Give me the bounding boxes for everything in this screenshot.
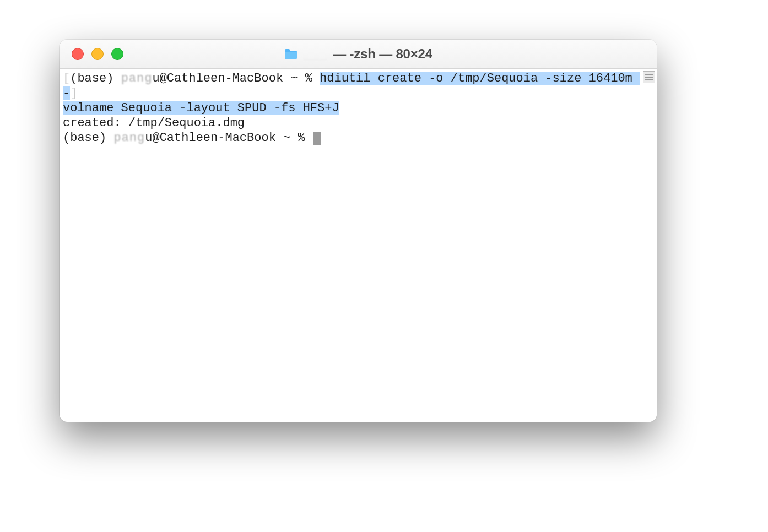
- folder-icon: [284, 48, 298, 60]
- window-title: ___ — -zsh — 80×24: [60, 46, 657, 62]
- terminal-body[interactable]: [(base) pangu@Cathleen-MacBook ~ % hdiut…: [60, 69, 657, 422]
- terminal-text[interactable]: [(base) pangu@Cathleen-MacBook ~ % hdiut…: [60, 69, 642, 422]
- maximize-button[interactable]: [111, 48, 123, 60]
- scrollbar[interactable]: [642, 69, 657, 422]
- highlighted-command: volname Sequoia -layout SPUD -fs HFS+J: [63, 101, 339, 115]
- window-titlebar[interactable]: ___ — -zsh — 80×24: [60, 40, 657, 69]
- terminal-line: volname Sequoia -layout SPUD -fs HFS+J: [63, 101, 640, 116]
- username-hidden: pang: [113, 131, 145, 145]
- traffic-lights: [60, 48, 123, 60]
- minimize-button[interactable]: [91, 48, 104, 60]
- terminal-window: ___ — -zsh — 80×24 [(base) pangu@Cathlee…: [60, 40, 657, 422]
- terminal-line: [(base) pangu@Cathleen-MacBook ~ % hdiut…: [63, 71, 640, 101]
- terminal-cursor: [313, 132, 321, 145]
- title-folder-name-hidden: ___: [304, 46, 327, 62]
- terminal-line: created: /tmp/Sequoia.dmg: [63, 116, 640, 131]
- username-hidden: pang: [121, 72, 153, 85]
- close-button[interactable]: [72, 48, 84, 60]
- window-title-text: — -zsh — 80×24: [333, 46, 432, 62]
- scroll-indicator-icon[interactable]: [643, 71, 655, 83]
- terminal-line: (base) pangu@Cathleen-MacBook ~ %: [63, 131, 640, 145]
